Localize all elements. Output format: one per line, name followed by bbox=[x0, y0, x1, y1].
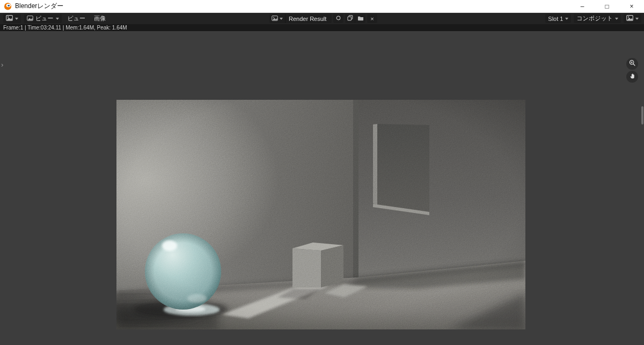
window-controls: – □ × bbox=[570, 0, 644, 12]
chevron-down-icon bbox=[565, 18, 568, 20]
unlink-icon: × bbox=[370, 16, 374, 22]
open-folder-icon bbox=[357, 16, 364, 22]
unlink-button[interactable]: × bbox=[367, 14, 377, 23]
mode-dropdown-label: ビュー bbox=[35, 14, 54, 23]
pin-toggle-button[interactable] bbox=[333, 14, 343, 23]
mode-dropdown[interactable]: ビュー bbox=[24, 14, 62, 23]
minimize-button[interactable]: – bbox=[570, 0, 595, 12]
close-button[interactable]: × bbox=[619, 0, 644, 12]
chevron-down-icon bbox=[635, 18, 639, 20]
editor-type-icon bbox=[6, 15, 13, 22]
viewport-scrollbar[interactable] bbox=[641, 106, 643, 124]
blender-logo-icon bbox=[4, 2, 12, 10]
editor-type-dropdown[interactable] bbox=[3, 14, 21, 23]
pass-dropdown-label: コンポジット bbox=[576, 14, 613, 23]
mode-image-icon bbox=[27, 16, 33, 22]
region-expand-icon[interactable]: › bbox=[1, 61, 3, 68]
pan-gizmo-button[interactable] bbox=[626, 71, 638, 83]
image-editor-header: ビュー ビュー 画像 Render Result bbox=[0, 13, 644, 24]
render-stats-text: Frame:1 | Time:03:24.11 | Mem:1.64M, Pea… bbox=[3, 24, 127, 31]
image-datablock-group: Render Result bbox=[269, 13, 377, 24]
new-image-icon bbox=[347, 15, 353, 22]
render-grain bbox=[116, 100, 525, 329]
render-scene bbox=[116, 100, 525, 329]
header-right-group: Slot 1 コンポジット bbox=[545, 13, 641, 24]
display-channels-dropdown[interactable] bbox=[624, 14, 641, 23]
window-title: Blenderレンダー bbox=[15, 2, 63, 11]
header-left-group: ビュー ビュー 画像 bbox=[3, 13, 108, 24]
chevron-down-icon bbox=[56, 18, 59, 20]
browse-image-dropdown[interactable] bbox=[269, 14, 286, 23]
zoom-icon bbox=[628, 59, 636, 69]
pin-icon bbox=[335, 15, 341, 22]
image-datablock: Render Result bbox=[269, 14, 332, 23]
image-name-field[interactable]: Render Result bbox=[286, 14, 332, 23]
slot-dropdown[interactable]: Slot 1 bbox=[545, 14, 571, 23]
display-channels-icon bbox=[626, 15, 633, 22]
maximize-button[interactable]: □ bbox=[595, 0, 619, 12]
zoom-gizmo-button[interactable] bbox=[626, 58, 638, 70]
slot-dropdown-label: Slot 1 bbox=[548, 16, 563, 22]
render-result-image[interactable] bbox=[116, 100, 525, 329]
pan-hand-icon bbox=[629, 72, 636, 82]
pass-dropdown[interactable]: コンポジット bbox=[574, 14, 621, 23]
open-image-button[interactable] bbox=[355, 14, 365, 23]
new-image-button[interactable] bbox=[345, 14, 355, 23]
chevron-down-icon bbox=[280, 18, 283, 20]
menu-image[interactable]: 画像 bbox=[91, 14, 108, 23]
menu-view[interactable]: ビュー bbox=[65, 14, 89, 23]
chevron-down-icon bbox=[615, 18, 618, 20]
image-viewport[interactable]: › bbox=[0, 31, 644, 345]
chevron-down-icon bbox=[15, 18, 18, 20]
window-titlebar: Blenderレンダー – □ × bbox=[0, 0, 644, 13]
browse-image-icon bbox=[272, 16, 278, 22]
render-info-bar: Frame:1 | Time:03:24.11 | Mem:1.64M, Pea… bbox=[0, 24, 644, 31]
